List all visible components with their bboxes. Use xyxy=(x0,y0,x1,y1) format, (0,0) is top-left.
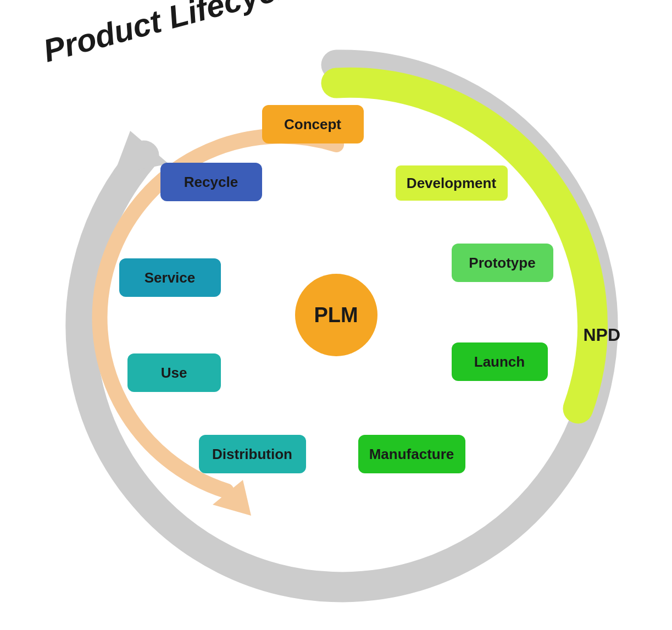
stage-recycle: Recycle xyxy=(160,163,262,201)
diagram-container: Product Lifecycle PLM Concept Developmen… xyxy=(34,24,638,606)
stage-use: Use xyxy=(127,353,221,392)
stage-service: Service xyxy=(119,258,221,297)
stage-launch: Launch xyxy=(452,342,548,381)
svg-marker-1 xyxy=(213,480,251,516)
plm-center: PLM xyxy=(295,274,377,356)
stage-distribution: Distribution xyxy=(199,435,306,473)
stage-concept: Concept xyxy=(262,105,364,143)
npd-label: NPD xyxy=(584,325,621,345)
stage-manufacture: Manufacture xyxy=(358,435,465,473)
stage-prototype: Prototype xyxy=(452,244,553,282)
stage-development: Development xyxy=(394,164,509,202)
plm-label: PLM xyxy=(314,303,358,327)
diagram-title: Product Lifecycle xyxy=(40,0,306,69)
